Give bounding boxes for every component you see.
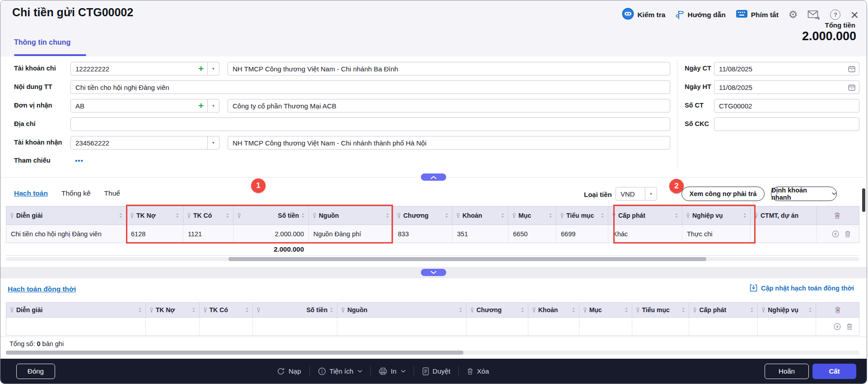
- simultaneous-grid-hscrollbar[interactable]: [6, 351, 859, 355]
- ckc-no-input[interactable]: [714, 117, 859, 131]
- col2-cap-phat[interactable]: Cấp phát: [689, 303, 758, 317]
- col-nghiep-vu[interactable]: Nghiệp vụ: [682, 206, 751, 225]
- close-icon[interactable]: ×: [850, 10, 859, 20]
- receiver-unit-input[interactable]: AB + ▼: [70, 99, 219, 112]
- add-account-icon[interactable]: +: [198, 64, 207, 73]
- col2-tieu-muc[interactable]: Tiểu mục: [632, 303, 690, 317]
- simultaneous-accounting-link[interactable]: Hạch toán đồng thời: [8, 285, 76, 293]
- delete-all-icon[interactable]: ✕: [834, 212, 840, 219]
- settings-gear-icon[interactable]: ⚙: [789, 9, 798, 20]
- tab-tax[interactable]: Thuế: [104, 189, 120, 197]
- col2-nghiep-vu[interactable]: Nghiệp vụ: [758, 303, 816, 317]
- cell-tk-co[interactable]: 1121: [183, 225, 233, 243]
- tab-accounting[interactable]: Hạch toán: [14, 189, 48, 197]
- approve-button[interactable]: Duyệt: [422, 367, 450, 375]
- view-payables-button[interactable]: Xem công nợ phải trả: [681, 187, 765, 201]
- doc-no-input[interactable]: CTG00002: [714, 99, 859, 112]
- col-dien-giai[interactable]: Diễn giải: [6, 206, 126, 225]
- cell-tk-no[interactable]: 6128: [126, 225, 183, 243]
- quick-entry-button[interactable]: Định khoản nhanh: [771, 187, 837, 201]
- receive-bank-name-field[interactable]: NH TMCP Công thương Việt Nam - Chi nhánh…: [228, 136, 670, 150]
- payment-content-input[interactable]: Chi tiền cho hội nghị Đảng viên: [70, 80, 670, 94]
- sort-icon: [675, 213, 678, 218]
- hscrollbar-thumb[interactable]: [6, 351, 463, 355]
- col2-muc[interactable]: Mục: [579, 303, 632, 317]
- col-so-tien[interactable]: Số tiền: [233, 206, 309, 225]
- cell-cap-phat[interactable]: Khác: [608, 225, 682, 243]
- help-icon[interactable]: ?: [830, 9, 840, 20]
- col2-chuong[interactable]: Chương: [467, 303, 528, 317]
- col-tk-no[interactable]: TK Nợ: [126, 206, 183, 225]
- reference-more-dots-icon[interactable]: •••: [75, 157, 84, 164]
- col-ctmt[interactable]: CTMT, dự án: [751, 206, 817, 225]
- pay-account-dropdown-icon[interactable]: ▼: [207, 62, 219, 75]
- col-delete-all[interactable]: ✕: [817, 206, 857, 225]
- cell-dien-giai[interactable]: Chi tiền cho hội nghị Đảng viên: [6, 225, 126, 243]
- tab-statistics[interactable]: Thống kê: [61, 189, 91, 197]
- delete-button[interactable]: Xóa: [467, 367, 489, 375]
- post-date-input[interactable]: 11/08/2025: [714, 80, 859, 94]
- check-button[interactable]: Kiểm tra: [622, 8, 665, 22]
- col2-tk-co[interactable]: TK Có: [200, 303, 253, 317]
- expand-section-button[interactable]: [421, 269, 446, 276]
- guide-button[interactable]: Hướng dẫn: [675, 10, 725, 20]
- close-button[interactable]: Đóng: [16, 364, 55, 379]
- col-cap-phat[interactable]: Cấp phát: [608, 206, 682, 225]
- delete-row-icon[interactable]: [846, 323, 853, 330]
- col-nguon[interactable]: Nguồn: [309, 206, 393, 225]
- send-mail-icon[interactable]: [807, 10, 820, 20]
- receive-account-input[interactable]: 234562222 ▼: [70, 136, 219, 150]
- accounting-row[interactable]: Chi tiền cho hội nghị Đảng viên 6128 112…: [6, 225, 859, 243]
- col-muc[interactable]: Mục: [509, 206, 556, 225]
- detail-tabs: Hạch toán Thống kê Thuế: [14, 189, 120, 197]
- col2-tk-no[interactable]: TK Nợ: [146, 303, 200, 317]
- reload-button[interactable]: Nạp: [277, 367, 301, 375]
- receiver-name-field[interactable]: Công ty cổ phần Thương Mại ACB: [228, 99, 670, 112]
- add-unit-icon[interactable]: +: [198, 101, 207, 110]
- pay-account-input[interactable]: 122222222 + ▼: [70, 62, 219, 75]
- save-button[interactable]: Cất: [812, 364, 856, 379]
- add-row-icon[interactable]: [832, 230, 839, 238]
- col2-so-tien[interactable]: Số tiền: [253, 303, 337, 317]
- pay-bank-name-field[interactable]: NH TMCP Công thương Việt Nam - Chi nhánh…: [228, 62, 670, 75]
- doc-date-input[interactable]: 11/08/2025: [714, 62, 859, 75]
- col2-khoan[interactable]: Khoản: [528, 303, 579, 317]
- currency-dropdown-icon[interactable]: ▼: [645, 187, 657, 200]
- address-input[interactable]: [70, 117, 670, 131]
- delete-row-icon[interactable]: [845, 230, 851, 238]
- col2-delete-all[interactable]: ✕: [816, 303, 859, 317]
- calendar-icon[interactable]: [848, 84, 855, 91]
- utilities-button[interactable]: Tiện ích: [318, 367, 363, 375]
- receiver-unit-dropdown-icon[interactable]: ▼: [207, 99, 219, 112]
- add-row-icon[interactable]: [834, 323, 841, 330]
- col-tk-co[interactable]: TK Có: [183, 206, 233, 225]
- shortcut-button[interactable]: Phím tắt: [736, 9, 779, 20]
- col2-nguon[interactable]: Nguồn: [337, 303, 467, 317]
- hscrollbar-thumb[interactable]: [229, 257, 706, 261]
- col2-dien-giai[interactable]: Diễn giải: [6, 303, 146, 317]
- col-tieu-muc[interactable]: Tiểu mục: [556, 206, 608, 225]
- cell-muc[interactable]: 6650: [509, 225, 556, 243]
- hold-button[interactable]: Hoãn: [765, 364, 809, 379]
- col-chuong[interactable]: Chương: [393, 206, 453, 225]
- doc-no-label: Số CT: [685, 102, 704, 109]
- delete-all-icon[interactable]: ✕: [835, 306, 841, 314]
- update-simultaneous-button[interactable]: Cập nhật hạch toán đồng thời: [750, 284, 854, 292]
- currency-select[interactable]: VND ▼: [616, 187, 657, 201]
- cell-so-tien[interactable]: 2.000.000: [233, 225, 309, 243]
- calendar-icon[interactable]: [848, 66, 855, 72]
- col-khoan[interactable]: Khoản: [453, 206, 509, 225]
- collapse-header-button[interactable]: [421, 173, 446, 181]
- cell-nghiep-vu[interactable]: Thực chi: [682, 225, 751, 243]
- print-button[interactable]: In: [379, 367, 406, 375]
- cell-chuong[interactable]: 833: [393, 225, 453, 243]
- simultaneous-empty-row[interactable]: [6, 318, 859, 336]
- vertical-scrollbar[interactable]: [862, 188, 865, 212]
- accounting-grid-hscrollbar[interactable]: [6, 257, 859, 261]
- cell-khoan[interactable]: 351: [453, 225, 509, 243]
- tab-general-info[interactable]: Thông tin chung: [14, 38, 70, 47]
- cell-ctmt[interactable]: [751, 225, 817, 243]
- cell-nguon[interactable]: Nguồn Đảng phí: [309, 225, 393, 243]
- cell-tieu-muc[interactable]: 6699: [556, 225, 608, 243]
- receive-account-dropdown-icon[interactable]: ▼: [207, 136, 219, 149]
